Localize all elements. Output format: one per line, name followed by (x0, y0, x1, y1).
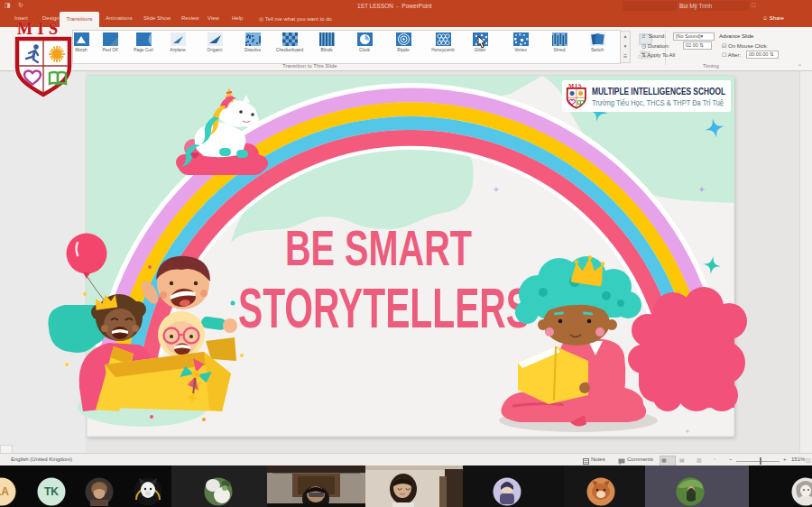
svg-text:TK: TK (44, 485, 59, 498)
svg-text:BE SMART: BE SMART (285, 219, 472, 276)
svg-text:MULTIPLE INTELLIGENCES SCHOOL: MULTIPLE INTELLIGENCES SCHOOL (592, 86, 725, 97)
svg-text:Trường Tiểu Học, THCS & THPT Đ: Trường Tiểu Học, THCS & THPT Đa Trí Tuệ (592, 98, 724, 107)
svg-text:STORYTELLERS: STORYTELLERS (238, 276, 531, 339)
svg-text:LA: LA (0, 485, 9, 498)
svg-text:MIS: MIS (568, 82, 583, 88)
